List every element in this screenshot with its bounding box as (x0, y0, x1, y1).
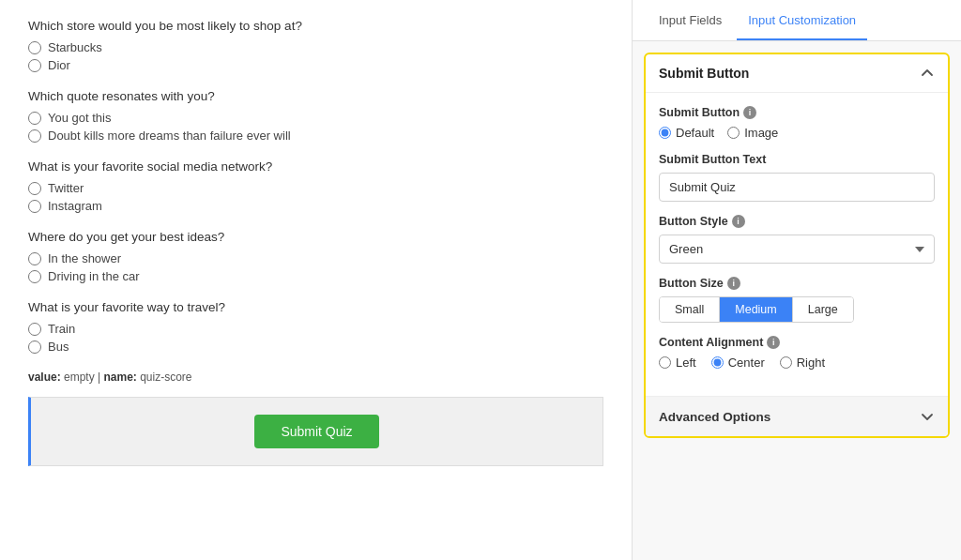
radio-center[interactable] (711, 356, 724, 369)
option-shower[interactable]: In the shower (28, 251, 603, 265)
size-large-button[interactable]: Large (793, 297, 853, 322)
submit-button-text-input[interactable] (659, 173, 935, 202)
radio-starbucks[interactable] (28, 41, 41, 54)
tabs-header: Input Fields Input Customization (633, 0, 961, 41)
button-size-selector: Small Medium Large (659, 296, 854, 323)
option-driving[interactable]: Driving in the car (28, 269, 603, 283)
alignment-options: Left Center Right (659, 356, 935, 370)
collapse-icon[interactable] (920, 66, 935, 81)
radio-default[interactable] (659, 127, 671, 139)
radio-image[interactable] (727, 127, 740, 139)
advanced-options-section[interactable]: Advanced Options (646, 396, 948, 436)
card-title: Submit Button (659, 66, 749, 81)
button-size-info-icon: i (727, 277, 740, 290)
submit-bar: Submit Quiz (28, 397, 603, 466)
question-text-1: Which store would you be most likely to … (28, 19, 603, 33)
option-yougotthis[interactable]: You got this (28, 111, 603, 125)
option-twitter[interactable]: Twitter (28, 181, 603, 195)
question-text-4: Where do you get your best ideas? (28, 230, 603, 244)
submit-button-type-group: Submit Button i Default Image (659, 106, 935, 140)
content-alignment-label: Content Alignment i (659, 336, 935, 349)
option-train[interactable]: Train (28, 322, 603, 336)
tab-input-customization[interactable]: Input Customization (737, 0, 867, 40)
question-text-5: What is your favorite way to travel? (28, 300, 603, 314)
question-text-3: What is your favorite social media netwo… (28, 159, 603, 174)
option-dior[interactable]: Dior (28, 58, 603, 72)
size-medium-button[interactable]: Medium (720, 297, 792, 322)
submit-button-info-icon: i (743, 106, 756, 119)
option-default[interactable]: Default (659, 126, 714, 140)
option-bus[interactable]: Bus (28, 340, 603, 354)
button-style-info-icon: i (732, 215, 745, 228)
submit-button-type-label: Submit Button i (659, 106, 935, 119)
option-doubt[interactable]: Doubt kills more dreams than failure eve… (28, 129, 603, 143)
radio-driving[interactable] (28, 270, 41, 283)
option-starbucks[interactable]: Starbucks (28, 40, 603, 54)
option-image[interactable]: Image (727, 126, 778, 140)
question-block-1: Which store would you be most likely to … (28, 19, 603, 72)
radio-train[interactable] (28, 323, 41, 336)
radio-dior[interactable] (28, 59, 41, 72)
tab-input-fields[interactable]: Input Fields (648, 0, 733, 40)
advanced-options-chevron-icon (920, 409, 935, 424)
advanced-options-label: Advanced Options (659, 410, 770, 424)
radio-twitter[interactable] (28, 182, 41, 195)
radio-instagram[interactable] (28, 200, 41, 213)
question-block-5: What is your favorite way to travel? Tra… (28, 300, 603, 354)
radio-yougotthis[interactable] (28, 112, 41, 125)
button-size-group: Button Size i Small Medium Large (659, 277, 935, 323)
question-block-2: Which quote resonates with you? You got … (28, 89, 603, 143)
radio-left[interactable] (659, 356, 671, 369)
size-small-button[interactable]: Small (660, 297, 720, 322)
submit-button-type-options: Default Image (659, 126, 935, 140)
left-panel: Which store would you be most likely to … (0, 0, 633, 560)
button-style-label: Button Style i (659, 215, 935, 228)
button-style-select[interactable]: Green Blue Red Default (659, 235, 935, 264)
card-header: Submit Button (646, 54, 948, 93)
align-center-option[interactable]: Center (711, 356, 765, 370)
panel-content: Submit Button Submit Button i D (633, 41, 961, 560)
question-block-3: What is your favorite social media netwo… (28, 159, 603, 213)
meta-text: value: empty | name: quiz-score (28, 371, 603, 384)
alignment-info-icon: i (767, 336, 780, 349)
align-right-option[interactable]: Right (780, 356, 825, 370)
submit-button-card: Submit Button Submit Button i D (644, 53, 950, 438)
radio-bus[interactable] (28, 341, 41, 354)
radio-doubt[interactable] (28, 129, 41, 143)
align-left-option[interactable]: Left (659, 356, 696, 370)
question-text-2: Which quote resonates with you? (28, 89, 603, 103)
right-panel: Input Fields Input Customization Submit … (633, 0, 961, 560)
card-body: Submit Button i Default Image (646, 93, 948, 396)
content-alignment-group: Content Alignment i Left Center (659, 336, 935, 370)
radio-shower[interactable] (28, 252, 41, 265)
submit-button-text-group: Submit Button Text (659, 153, 935, 202)
button-style-group: Button Style i Green Blue Red Default (659, 215, 935, 264)
submit-quiz-button[interactable]: Submit Quiz (254, 415, 378, 448)
option-instagram[interactable]: Instagram (28, 199, 603, 213)
button-size-label: Button Size i (659, 277, 935, 290)
radio-right[interactable] (780, 356, 792, 369)
submit-button-text-label: Submit Button Text (659, 153, 935, 166)
question-block-4: Where do you get your best ideas? In the… (28, 230, 603, 283)
